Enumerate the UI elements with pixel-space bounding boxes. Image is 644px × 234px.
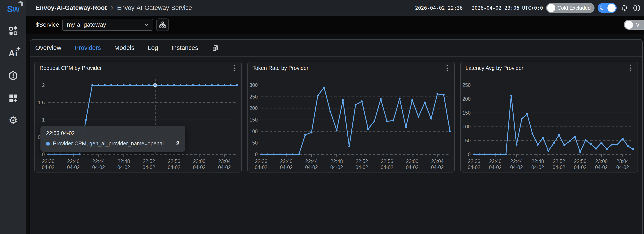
svg-text:22:52: 22:52 [142,158,155,164]
svg-text:50: 50 [465,138,471,144]
svg-text:04-02: 04-02 [532,164,544,170]
svg-text:1.5: 1.5 [38,100,45,106]
breadcrumb: Envoy-AI-Gateway-Root › Envoy-AI-Gateway… [36,3,192,13]
svg-text:04-02: 04-02 [42,164,55,170]
panel-header: Request CPM by Provider [35,62,241,74]
sidebar-nav: Ai ⚙ [0,20,26,132]
service-select[interactable]: my-ai-gateway [62,19,153,31]
sidebar-item-dashboards[interactable] [0,20,26,42]
toggle-knob [547,4,556,12]
svg-text:150: 150 [250,117,258,122]
svg-text:04-02: 04-02 [489,164,502,170]
svg-text:150: 150 [462,110,471,116]
sidebar: Sw Ai [0,0,26,234]
svg-text:22:56: 22:56 [574,158,586,164]
dark-mode-toggle[interactable]: ☾ [598,3,617,13]
chart-tooltip: 22:53 04-02 Provider CPM, gen_ai_provide… [40,126,186,152]
svg-text:1: 1 [42,117,45,122]
svg-text:22:44: 22:44 [510,158,523,164]
app-logo[interactable]: Sw [7,2,19,16]
documents-icon [212,44,219,52]
tab-instances[interactable]: Instances [172,44,198,52]
service-topology-button[interactable] [156,18,169,31]
svg-text:22:52: 22:52 [553,158,565,164]
latency-avg-chart[interactable]: 05010015020025022:3604-0222:4004-0222:44… [461,75,638,171]
request-cpm-chart[interactable]: 00.511.5222:3604-0222:4004-0222:4404-022… [35,75,241,171]
sidebar-item-integrations[interactable] [0,87,26,109]
toggle-knob [625,21,633,29]
copy-dashboard-button[interactable] [212,44,219,52]
value-display-toggle[interactable]: V [624,20,644,30]
svg-text:04-02: 04-02 [574,164,586,170]
svg-text:22:44: 22:44 [305,158,318,164]
svg-text:04-02: 04-02 [510,164,523,170]
svg-text:0: 0 [255,152,258,157]
tab-bar: Overview Providers Models Log Instances [30,40,642,56]
alerts-icon [8,71,18,81]
svg-text:22:36: 22:36 [468,158,480,164]
topology-icon [159,21,166,28]
tab-log[interactable]: Log [148,44,158,52]
tab-models[interactable]: Models [114,44,134,52]
svg-text:23:04: 23:04 [218,158,231,164]
info-button[interactable] [632,4,641,12]
breadcrumb-root[interactable]: Envoy-AI-Gateway-Root [36,4,107,12]
svg-text:04-02: 04-02 [67,164,80,170]
cold-excluded-label: Cold Excluded [557,5,591,11]
panel-token-rate: Token Rate by Provider 05010015020025030… [247,62,455,172]
panel-title: Request CPM by Provider [40,65,102,71]
topbar-controls: 2026-04-02 22:36 ~ 2026-04-02 23:06 UTC+… [415,3,644,13]
tooltip-timestamp: 22:53 04-02 [46,130,180,136]
breadcrumb-current[interactable]: Envoy-AI-Gateway-Service [117,4,192,12]
svg-text:22:44: 22:44 [92,158,105,164]
time-range-picker[interactable]: 2026-04-02 22:36 ~ 2026-04-02 23:06 [415,5,520,11]
tooltip-value: 2 [172,140,180,147]
tab-overview[interactable]: Overview [35,44,61,52]
svg-text:23:04: 23:04 [616,158,629,164]
refresh-icon [620,4,628,12]
token-rate-chart[interactable]: 05010015020025030022:3604-0222:4004-0222… [248,75,454,171]
sidebar-item-ai[interactable]: Ai [0,42,26,64]
svg-text:04-02: 04-02 [552,164,565,170]
panel-menu-button[interactable] [628,63,633,73]
refresh-button[interactable] [620,4,629,12]
sidebar-item-alerts[interactable] [0,64,26,87]
svg-text:04-02: 04-02 [193,164,206,170]
svg-text:23:00: 23:00 [193,158,206,164]
svg-text:250: 250 [250,94,258,100]
svg-text:22:48: 22:48 [330,158,343,164]
panel-menu-button[interactable] [445,63,450,73]
toggle-knob [608,4,616,12]
svg-text:22:48: 22:48 [532,158,544,164]
svg-text:100: 100 [250,128,258,134]
svg-text:250: 250 [462,82,471,88]
svg-text:04-02: 04-02 [142,164,155,170]
value-toggle-label: V [636,22,640,28]
svg-text:200: 200 [250,106,258,111]
svg-text:04-02: 04-02 [431,164,444,170]
logo-crescent-icon [18,1,23,6]
svg-text:23:04: 23:04 [431,158,444,164]
panel-header: Latency Avg by Provider [461,62,638,74]
tab-providers[interactable]: Providers [75,44,101,52]
svg-text:04-02: 04-02 [356,164,368,170]
svg-text:22:48: 22:48 [118,158,130,164]
info-icon [633,4,640,12]
dashboard-container: Overview Providers Models Log Instances … [30,39,643,234]
settings-gear-icon: ⚙ [8,115,18,126]
integrations-icon [8,93,18,103]
svg-text:04-02: 04-02 [118,164,130,170]
svg-text:23:00: 23:00 [406,158,418,164]
timezone-label[interactable]: UTC+0:0 [522,5,543,11]
svg-text:04-02: 04-02 [168,164,180,170]
svg-text:23:00: 23:00 [595,158,608,164]
service-variable-label: $Service [36,21,59,28]
panel-menu-button[interactable] [232,63,236,73]
panel-request-cpm: Request CPM by Provider 00.511.5222:3604… [34,62,242,172]
svg-text:2: 2 [42,82,45,88]
svg-text:22:52: 22:52 [356,158,368,164]
cold-excluded-toggle[interactable]: Cold Excluded [546,3,594,13]
sidebar-item-settings[interactable]: ⚙ [0,109,26,132]
svg-text:22:56: 22:56 [168,158,180,164]
panels-row: Request CPM by Provider 00.511.5222:3604… [30,56,642,178]
